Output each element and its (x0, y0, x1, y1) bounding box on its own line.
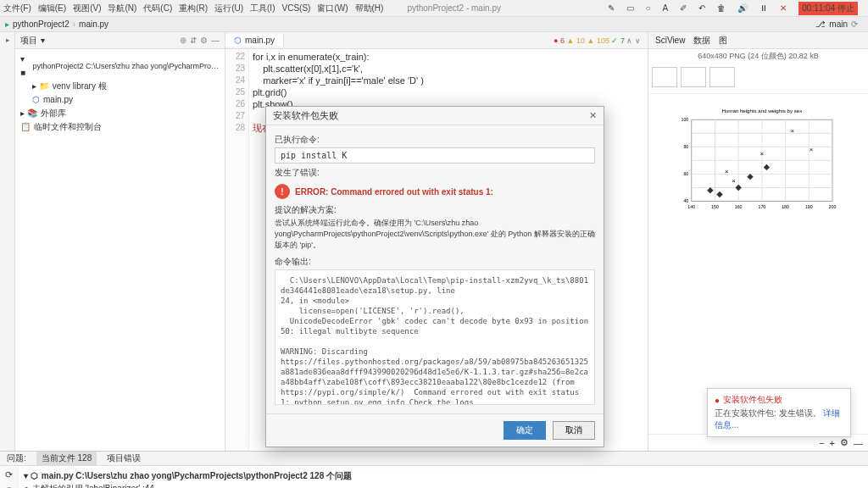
tree-item[interactable]: 📋临时文件和控制台 (20, 120, 220, 134)
svg-text:170: 170 (758, 204, 765, 209)
hide-icon[interactable]: — (854, 438, 863, 448)
menubar: 文件(F) 编辑(E) 视图(V) 导航(N) 代码(C) 重构(R) 运行(U… (0, 0, 868, 17)
svg-text:×: × (810, 146, 814, 153)
breadcrumb-project[interactable]: pythonProject2 (13, 19, 70, 29)
svg-text:40: 40 (683, 198, 688, 203)
svg-rect-18 (735, 185, 741, 191)
menu-view[interactable]: 视图(V) (73, 3, 101, 14)
problems-tab[interactable]: 问题: (7, 452, 26, 464)
tree-item[interactable]: ▸ 📚外部库 (20, 107, 220, 120)
svg-text:140: 140 (687, 204, 695, 209)
sciview-tab-plot[interactable]: 图 (719, 35, 727, 47)
editor-tab[interactable]: ⬡main.py (225, 34, 284, 47)
menu-edit[interactable]: 编辑(E) (38, 3, 66, 14)
zoom-out-icon[interactable]: − (819, 438, 824, 448)
branch-name[interactable]: main (829, 19, 848, 29)
left-rail: ▸ (0, 32, 15, 451)
volume-icon[interactable]: 🔊 (737, 3, 748, 13)
dialog-label: 发生了错误: (275, 167, 595, 179)
svg-text:100: 100 (681, 117, 688, 122)
svg-text:×: × (732, 177, 736, 185)
inspection-summary[interactable]: ● 6 ▲ 10 ▲ 105 ✓ 7 ∧ ∨ (554, 36, 648, 45)
breadcrumb-file[interactable]: main.py (79, 19, 108, 29)
delete-icon[interactable]: 🗑 (717, 3, 726, 13)
record-badge[interactable]: 00:11:04 停止 (798, 2, 858, 15)
dialog-fix: 尝试从系统终端运行此命令。确保使用为 'C:\Users\zhu zhao yo… (275, 218, 595, 251)
dialog-label: 提议的解决方案: (275, 204, 595, 216)
menu-file[interactable]: 文件(F) (3, 3, 31, 14)
git-branch-icon: ⎇ (815, 19, 826, 29)
gear-icon[interactable]: ⚙ (840, 437, 849, 448)
brush-icon[interactable]: ✐ (680, 3, 687, 13)
dialog-trace[interactable]: C:\Users\LENOVO\AppData\Local\Temp\pip-i… (275, 269, 595, 405)
collapse-icon[interactable]: ⊕ (180, 36, 186, 45)
svg-text:Human heights and weights by s: Human heights and weights by sex (722, 108, 803, 114)
image-info: 640x480 PNG (24 位颜色) 20.82 kB (648, 49, 868, 64)
project-icon: ▸ (5, 19, 9, 29)
menu-window[interactable]: 窗口(W) (317, 3, 348, 14)
sciview-tab[interactable]: SciView (655, 36, 685, 45)
menu-vcs[interactable]: VCS(S) (281, 3, 310, 13)
sync-icon[interactable]: ⟳ (851, 19, 858, 29)
svg-text:200: 200 (829, 204, 837, 209)
circle-icon[interactable]: ○ (646, 3, 651, 13)
plot-view[interactable]: Human heights and weights by sex×××××140… (648, 94, 868, 434)
window-title: pythonProject2 - main.py (407, 3, 501, 13)
problems-tab-project[interactable]: 项目错误 (107, 452, 141, 464)
refresh-icon[interactable]: ⟳ (5, 469, 13, 480)
menu-code[interactable]: 代码(C) (143, 3, 172, 14)
svg-text:150: 150 (711, 204, 719, 209)
select-icon[interactable]: ▭ (626, 3, 634, 13)
expand-icon[interactable]: ⇵ (190, 36, 197, 45)
close-icon[interactable]: ✕ (780, 3, 787, 13)
project-tree[interactable]: ▾ ■pythonProject2 C:\Users\zhu zhao yong… (15, 49, 225, 137)
error-dialog: 安装软件包失败 ✕ 已执行命令: pip install K 发生了错误: ! … (265, 106, 604, 447)
svg-text:180: 180 (782, 204, 789, 209)
svg-rect-20 (764, 164, 770, 170)
dialog-error: ERROR: Command errored out with exit sta… (295, 187, 493, 197)
close-icon[interactable]: ✕ (589, 110, 597, 121)
svg-rect-21 (707, 187, 713, 193)
problems-panel: 问题: 当前文件 128 项目错误 ⟳ ⚙ ⊟ ▾ ⬡main.py C:\Us… (0, 451, 868, 488)
edit-icon[interactable]: ✎ (608, 3, 615, 13)
menu-tools[interactable]: 工具(I) (250, 3, 275, 14)
gear-icon[interactable]: ⚙ (200, 36, 208, 45)
tree-item[interactable]: ▸ 📁venv library 根 (20, 80, 220, 93)
sciview-tab-data[interactable]: 数据 (693, 35, 710, 47)
project-panel-title: 项目 (20, 35, 37, 47)
pause-icon[interactable]: ⏸ (760, 3, 768, 13)
text-icon[interactable]: A (663, 3, 669, 13)
problems-tab-current[interactable]: 当前文件 128 (36, 452, 97, 465)
zoom-in-icon[interactable]: + (830, 438, 835, 448)
svg-text:160: 160 (735, 204, 743, 209)
menu-run[interactable]: 运行(U) (214, 3, 243, 14)
ok-button[interactable]: 确定 (504, 421, 546, 440)
error-icon: ! (275, 184, 290, 199)
svg-text:×: × (725, 168, 729, 175)
toast-notification[interactable]: ●安装软件包失败 正在安装软件包: 发生错误。 详细信息... (707, 388, 851, 437)
plot-thumbnails[interactable] (648, 64, 868, 94)
cancel-button[interactable]: 取消 (553, 421, 595, 440)
breadcrumb: ▸ pythonProject2 › main.py ⎇ main ⟳ (0, 17, 868, 32)
svg-text:80: 80 (683, 144, 688, 149)
svg-text:×: × (791, 127, 795, 135)
dialog-label: 已执行命令: (275, 134, 595, 146)
project-panel: 项目 ▾ ⊕ ⇵ ⚙ — ▾ ■pythonProject2 C:\Users\… (15, 32, 225, 451)
project-tool-icon[interactable]: ▸ (3, 36, 12, 44)
dialog-title: 安装软件包失败 (273, 109, 338, 122)
svg-text:×: × (760, 150, 765, 158)
error-icon: ● (715, 396, 720, 405)
dialog-command: pip install K (275, 147, 595, 164)
hide-icon[interactable]: — (211, 36, 220, 45)
svg-rect-17 (716, 191, 722, 197)
svg-rect-19 (747, 174, 753, 180)
dialog-label: 命令输出: (275, 256, 595, 268)
menu-help[interactable]: 帮助(H) (355, 3, 384, 14)
problem-row[interactable]: ●未解析的引用 'labelBinarizer' :44 (24, 482, 863, 488)
menu-navigate[interactable]: 导航(N) (108, 3, 136, 14)
svg-text:60: 60 (683, 171, 688, 176)
menu-refactor[interactable]: 重构(R) (179, 3, 208, 14)
tree-item[interactable]: ⬡main.py (20, 93, 220, 107)
svg-text:190: 190 (805, 204, 813, 209)
undo-icon[interactable]: ↶ (698, 3, 705, 13)
